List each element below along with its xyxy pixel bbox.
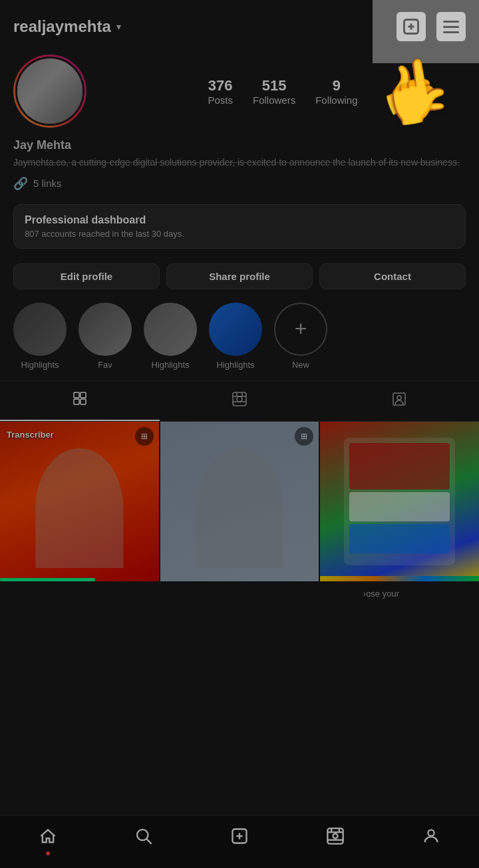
- avatar-image: [17, 59, 82, 124]
- new-highlight-circle: +: [274, 303, 327, 356]
- hamburger-line-2: [443, 26, 459, 28]
- add-post-button[interactable]: [397, 12, 426, 41]
- nav-home[interactable]: [39, 827, 57, 850]
- post-item-1[interactable]: Transcriber ⊞: [0, 422, 159, 581]
- posts-grid: Transcriber ⊞ ⊞: [0, 422, 479, 581]
- profile-section: 376 Posts 515 Followers 9 Following: [0, 48, 479, 138]
- highlight-circle-3: [144, 303, 197, 356]
- avatar-ring: [13, 55, 86, 128]
- tab-tagged[interactable]: [319, 381, 479, 421]
- svg-rect-20: [327, 828, 343, 843]
- avatar-wrapper[interactable]: [13, 55, 86, 128]
- action-buttons-row: Edit profile Share profile Contact: [0, 255, 479, 297]
- dropdown-arrow-icon[interactable]: ▾: [116, 21, 121, 32]
- stats-row: 376 Posts 515 Followers 9 Following: [100, 77, 466, 106]
- post-label-1: Transcriber: [7, 430, 54, 440]
- display-name: Jay Mehta: [13, 138, 466, 152]
- highlight-item-1[interactable]: Highlights: [13, 303, 67, 370]
- post-colorful-bar: [320, 576, 479, 581]
- followers-count: 515: [262, 77, 287, 94]
- tab-reels[interactable]: [160, 381, 319, 421]
- followers-label: Followers: [253, 94, 295, 106]
- post-colorful-content: [320, 422, 479, 581]
- highlights-row: Highlights Fav Highlights Highlights + N…: [0, 297, 479, 380]
- share-profile-button[interactable]: Share profile: [166, 263, 313, 289]
- nav-add[interactable]: [230, 827, 249, 850]
- highlight-label-4: Highlights: [216, 360, 254, 370]
- posts-count: 376: [208, 77, 233, 94]
- svg-point-8: [237, 396, 242, 402]
- edit-profile-button[interactable]: Edit profile: [13, 263, 160, 289]
- following-count: 9: [333, 77, 341, 94]
- hamburger-line-3: [443, 31, 459, 33]
- avatar: [15, 57, 84, 126]
- post-caption-row: ›ose your: [0, 581, 479, 601]
- bio-section: Jay Mehta Jaymehta.co, a cutting-edge di…: [0, 138, 479, 198]
- tab-grid[interactable]: [0, 381, 160, 421]
- svg-rect-6: [80, 399, 86, 404]
- menu-button[interactable]: [436, 12, 466, 41]
- nav-reels[interactable]: [326, 827, 345, 850]
- svg-rect-3: [74, 392, 79, 398]
- links-row[interactable]: 🔗 5 links: [13, 176, 466, 191]
- tabs-row: [0, 380, 479, 422]
- posts-label: Posts: [208, 94, 233, 106]
- following-label: Following: [315, 94, 357, 106]
- dashboard-subtitle: 807 accounts reached in the last 30 days…: [25, 229, 454, 239]
- add-icon: [230, 827, 249, 850]
- professional-dashboard-card[interactable]: Professional dashboard 807 accounts reac…: [13, 204, 466, 249]
- header: realjaymehta ▾: [0, 0, 479, 48]
- caption-text: ›ose your: [363, 589, 399, 599]
- svg-line-16: [146, 839, 152, 844]
- link-chain-icon: 🔗: [13, 176, 28, 191]
- post-card-blue: [349, 524, 450, 553]
- highlight-label-new: New: [292, 360, 309, 370]
- highlight-item-3[interactable]: Highlights: [144, 303, 197, 370]
- highlight-item-4[interactable]: Highlights: [209, 303, 262, 370]
- post-badge-1: ⊞: [135, 427, 154, 446]
- post-card-red: [349, 443, 450, 490]
- reels-tab-icon: [232, 391, 247, 411]
- svg-point-26: [428, 830, 434, 836]
- svg-point-15: [137, 829, 148, 840]
- grid-tab-icon: [72, 390, 88, 410]
- posts-stat[interactable]: 376 Posts: [208, 77, 233, 106]
- nav-profile[interactable]: [422, 827, 440, 850]
- reels-nav-icon: [326, 827, 345, 850]
- nav-search[interactable]: [134, 827, 153, 850]
- followers-stat[interactable]: 515 Followers: [253, 77, 295, 106]
- home-icon: [39, 827, 57, 850]
- contact-button[interactable]: Contact: [319, 263, 466, 289]
- home-active-dot: [46, 851, 50, 855]
- svg-point-14: [397, 396, 401, 400]
- post-item-3[interactable]: [320, 422, 479, 581]
- highlight-label-3: Highlights: [151, 360, 189, 370]
- bottom-nav: [0, 815, 479, 868]
- following-stat[interactable]: 9 Following: [315, 77, 357, 106]
- highlight-circle-4: [209, 303, 262, 356]
- tagged-tab-icon: [391, 391, 407, 411]
- plus-square-icon: [402, 17, 420, 36]
- post-badge-2: ⊞: [295, 427, 313, 446]
- links-count: 5 links: [33, 178, 62, 189]
- header-icons: [397, 12, 466, 41]
- svg-rect-5: [74, 399, 79, 404]
- hamburger-line-1: [443, 21, 459, 23]
- svg-point-21: [333, 834, 338, 839]
- highlight-label-1: Highlights: [21, 360, 59, 370]
- highlight-item-2[interactable]: Fav: [79, 303, 132, 370]
- username-text: realjaymehta: [13, 17, 111, 36]
- svg-rect-4: [80, 392, 86, 398]
- profile-nav-icon: [422, 827, 440, 850]
- post-card-content: [344, 438, 455, 565]
- svg-rect-7: [233, 392, 246, 406]
- highlight-circle-2: [79, 303, 132, 356]
- highlight-item-new[interactable]: + New: [274, 303, 327, 370]
- bio-text: Jaymehta.co, a cutting-edge digital solu…: [13, 156, 466, 170]
- username-row: realjaymehta ▾: [13, 17, 121, 36]
- post-person-1: [36, 448, 123, 568]
- highlight-circle-1: [13, 303, 67, 356]
- post-person-2: [196, 448, 283, 568]
- post-item-2[interactable]: ⊞: [160, 422, 319, 581]
- dashboard-title: Professional dashboard: [25, 214, 454, 226]
